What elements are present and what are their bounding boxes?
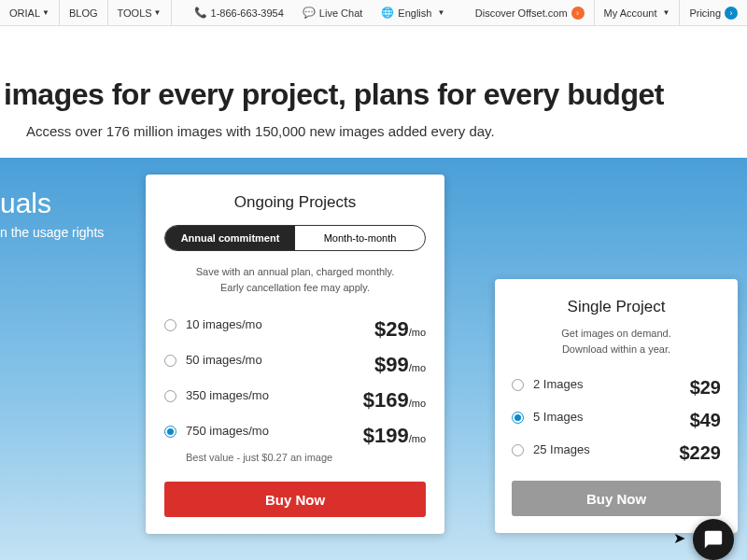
live-chat-link[interactable]: 💬Live Chat xyxy=(293,0,372,25)
caret-icon: ▼ xyxy=(42,8,49,17)
nav-blog[interactable]: BLOG xyxy=(60,0,108,25)
plan-row[interactable]: 2 Images $29 xyxy=(512,371,721,404)
plan-row[interactable]: 50 images/mo $99/mo xyxy=(164,347,426,383)
phone-icon: 📞 xyxy=(194,7,207,19)
tab-monthly[interactable]: Month-to-month xyxy=(295,226,425,250)
plan-row[interactable]: 350 images/mo $169/mo xyxy=(164,383,426,418)
radio-icon[interactable] xyxy=(164,390,176,402)
caret-icon: ▼ xyxy=(437,8,444,17)
globe-icon: 🌐 xyxy=(381,7,394,19)
card-title: Ongoing Projects xyxy=(164,193,426,212)
nav-editorial[interactable]: ORIAL▼ xyxy=(0,0,60,25)
tab-annual[interactable]: Annual commitment xyxy=(165,226,295,250)
hero: images for every project, plans for ever… xyxy=(0,26,747,158)
plan-row[interactable]: 10 images/mo $29/mo xyxy=(164,312,426,347)
hero-sub: Access over 176 million images with 150,… xyxy=(26,123,747,139)
pricing-section: uals n the usage rights Ongoing Projects… xyxy=(0,158,747,560)
billing-toggle: Annual commitment Month-to-month xyxy=(164,225,426,251)
best-value-note: Best value - just $0.27 an image xyxy=(186,452,426,463)
buy-now-button[interactable]: Buy Now xyxy=(512,481,721,516)
card-title: Single Project xyxy=(512,298,721,316)
plan-row[interactable]: 750 images/mo $199/mo xyxy=(164,418,426,454)
radio-icon[interactable] xyxy=(164,426,176,438)
my-account[interactable]: My Account▼ xyxy=(595,0,681,25)
plan-row[interactable]: 5 Images $49 xyxy=(512,404,721,437)
discover-link[interactable]: Discover Offset.com› xyxy=(466,0,595,25)
radio-icon[interactable] xyxy=(512,444,524,456)
plan-row[interactable]: 25 Images $229 xyxy=(512,437,721,469)
topbar: ORIAL▼ BLOG TOOLS▼ 📞1-866-663-3954 💬Live… xyxy=(0,0,747,26)
arrow-icon: › xyxy=(725,7,738,20)
fine-print: Save with an annual plan, charged monthl… xyxy=(164,264,426,295)
ongoing-projects-card: Ongoing Projects Annual commitment Month… xyxy=(146,175,444,534)
left-promo: uals n the usage rights xyxy=(0,188,104,240)
language-selector[interactable]: 🌐English▼ xyxy=(372,0,454,25)
radio-icon[interactable] xyxy=(164,355,176,367)
fine-print: Get images on demand. Download within a … xyxy=(512,326,721,357)
radio-icon[interactable] xyxy=(512,412,524,424)
nav-tools[interactable]: TOOLS▼ xyxy=(108,0,172,25)
phone-link[interactable]: 📞1-866-663-3954 xyxy=(185,0,293,25)
caret-icon: ▼ xyxy=(154,8,162,17)
single-project-card: Single Project Get images on demand. Dow… xyxy=(495,279,738,533)
chat-widget-button[interactable] xyxy=(693,519,734,560)
radio-icon[interactable] xyxy=(512,379,524,391)
chat-icon: 💬 xyxy=(303,7,316,19)
radio-icon[interactable] xyxy=(164,319,176,331)
speech-bubble-icon xyxy=(703,529,724,550)
caret-icon: ▼ xyxy=(662,8,669,17)
hero-headline: images for every project, plans for ever… xyxy=(4,77,747,112)
arrow-icon: › xyxy=(571,7,585,20)
pricing-link[interactable]: Pricing› xyxy=(680,0,747,25)
buy-now-button[interactable]: Buy Now xyxy=(164,482,426,517)
